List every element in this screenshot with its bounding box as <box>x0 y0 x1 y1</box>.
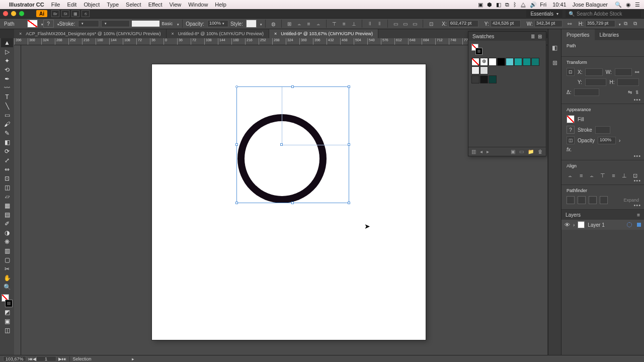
swatch[interactable] <box>489 58 497 66</box>
free-transform-tool[interactable]: ⊡ <box>1 174 13 183</box>
line-tool[interactable]: ╲ <box>1 102 13 111</box>
menu-app[interactable]: Illustrator CC <box>9 2 44 8</box>
menu-select[interactable]: Select <box>126 2 141 8</box>
selection-tool[interactable]: ▲ <box>1 38 13 47</box>
properties-tab[interactable]: Properties <box>561 29 595 40</box>
target-icon[interactable] <box>627 222 632 227</box>
align-bottom-icon[interactable]: ⊥ <box>620 171 628 179</box>
ruler-horizontal[interactable]: 3963603242882522161801441087236036721081… <box>14 38 547 45</box>
transform-ref-icon[interactable]: ⊡ <box>427 20 435 28</box>
swatch[interactable] <box>506 58 514 66</box>
color-mode-icon[interactable]: ◩ <box>1 308 13 317</box>
shaper-tool[interactable]: ✎ <box>1 129 13 138</box>
magic-wand-tool[interactable]: ✦ <box>1 56 13 65</box>
menubar-day[interactable]: Fri <box>540 2 546 8</box>
pathfinder-exclude-icon[interactable] <box>600 196 608 204</box>
more-options-icon[interactable]: ••• <box>633 97 641 103</box>
pathfinder-intersect-icon[interactable] <box>589 196 597 204</box>
swatch[interactable] <box>489 75 497 83</box>
align-bottom-icon[interactable]: ⊥ <box>350 20 358 28</box>
more-options-icon[interactable]: ••• <box>633 153 641 159</box>
panel-toggle-icon[interactable]: ⧉ <box>631 20 639 28</box>
menu-type[interactable]: Type <box>107 2 119 8</box>
spotlight-icon[interactable]: 🔍 <box>615 2 622 8</box>
reference-point-icon[interactable]: ⊡ <box>567 68 575 76</box>
rectangle-tool[interactable]: ▭ <box>1 111 13 120</box>
folder-icon[interactable]: 📁 <box>528 149 534 154</box>
visibility-icon[interactable]: 👁 <box>565 222 570 228</box>
screen-mode-icon[interactable]: ▣ <box>1 317 13 326</box>
appearance-stroke-weight[interactable] <box>595 126 610 134</box>
status-menu-icon[interactable]: ▸ <box>132 356 134 361</box>
graphic-style[interactable] <box>246 20 257 28</box>
y-field[interactable]: 424,526 pt <box>491 20 521 27</box>
swatch[interactable] <box>480 75 488 83</box>
rotate-tool[interactable]: ⟳ <box>1 147 13 156</box>
flip-v-icon[interactable]: ⥮ <box>635 89 639 95</box>
align-right-icon[interactable]: ⫠ <box>314 20 322 28</box>
distribute-icon[interactable]: ⫴ <box>376 20 383 28</box>
align-right-icon[interactable]: ⫠ <box>588 171 596 179</box>
new-swatch-icon[interactable]: ▭ <box>519 149 524 154</box>
appearance-opacity[interactable]: 100% <box>598 137 616 144</box>
layers-menu-icon[interactable]: ≡ <box>637 212 640 218</box>
varwidth-field[interactable] <box>101 20 130 27</box>
stroke-swatch[interactable]: ? <box>43 20 54 28</box>
traffic-minimize[interactable] <box>11 11 16 16</box>
swatch[interactable] <box>471 66 479 74</box>
layer-row[interactable]: 👁 › Layer 1 <box>561 220 644 230</box>
align-left-icon[interactable]: ⫠ <box>567 171 574 179</box>
artboard-prev-icon[interactable]: ◀ <box>33 356 36 361</box>
direct-selection-tool[interactable]: ▷ <box>1 47 13 56</box>
style-dropdown[interactable] <box>259 21 262 27</box>
libraries-tab[interactable]: Libraries <box>595 29 624 40</box>
column-graph-tool[interactable]: ▥ <box>1 246 13 255</box>
align-left-icon[interactable]: ⫠ <box>295 20 303 28</box>
isolate-icon[interactable]: ▭ <box>392 20 399 28</box>
align-top-icon[interactable]: ⊤ <box>331 20 338 28</box>
prop-h-field[interactable] <box>617 78 639 86</box>
blend-tool[interactable]: ◑ <box>1 228 13 237</box>
link-icon[interactable]: ⚯ <box>635 69 639 75</box>
more-options-icon[interactable]: ••• <box>633 177 641 184</box>
swatch[interactable] <box>471 75 479 83</box>
type-tool[interactable]: T <box>1 93 13 102</box>
more-options-icon[interactable]: ••• <box>633 202 641 208</box>
pathfinder-unite-icon[interactable] <box>567 196 575 204</box>
swatches-title[interactable]: Swatches <box>472 34 494 39</box>
menubar-time[interactable]: 10:41 <box>552 2 567 8</box>
traffic-close[interactable] <box>3 11 8 16</box>
align-hcenter-icon[interactable]: ≡ <box>305 20 312 28</box>
lasso-tool[interactable]: ⟲ <box>1 65 13 74</box>
siri-icon[interactable]: ◉ <box>626 2 631 8</box>
opacity-field[interactable]: 100% <box>207 20 228 27</box>
prop-angle-field[interactable] <box>574 88 599 96</box>
pen-tool[interactable]: ✒ <box>1 74 13 83</box>
appearance-fill-swatch[interactable] <box>567 115 575 123</box>
workspace-switcher[interactable]: Essentials <box>526 10 562 18</box>
artboard-nav-field[interactable]: 1 <box>36 356 56 361</box>
document-tab-active[interactable]: ×Untitled-9* @ 103,67% (CMYK/GPU Preview… <box>269 29 378 38</box>
selection-bounding-box[interactable] <box>236 86 349 203</box>
swatch-libraries-icon[interactable]: ▥ <box>471 149 476 154</box>
recolor-icon[interactable]: ◍ <box>270 20 277 28</box>
align-top-icon[interactable]: ⊤ <box>599 171 606 179</box>
volume-icon[interactable]: 🔊 <box>530 2 537 8</box>
grid-view-icon[interactable]: ⊞ <box>538 34 542 39</box>
stroke-dropdown[interactable] <box>56 21 59 27</box>
wifi-icon[interactable]: ⧋ <box>521 2 526 8</box>
shape-builder-tool[interactable]: ◫ <box>1 183 13 192</box>
adobe-stock-search[interactable]: 🔍 Search Adobe Stock <box>566 10 641 18</box>
new-group-icon[interactable]: ▣ <box>511 149 515 154</box>
flip-h-icon[interactable]: ⇋ <box>628 89 632 95</box>
artboard-prev-icon[interactable]: ⏮ <box>28 356 33 361</box>
arrange-button[interactable]: ▦ <box>71 10 79 17</box>
document-tab[interactable]: ×ACP_FlashMX2004_Designer.eps* @ 100% (C… <box>14 29 167 38</box>
prop-x-field[interactable] <box>585 68 602 76</box>
x-field[interactable]: 602,472 pt <box>448 20 478 27</box>
selection-indicator[interactable] <box>637 223 641 227</box>
status-icon[interactable]: ⧉ <box>505 2 509 8</box>
prop-y-field[interactable] <box>585 78 607 86</box>
fill-swatch[interactable] <box>27 20 38 28</box>
menu-file[interactable]: File <box>51 2 60 8</box>
